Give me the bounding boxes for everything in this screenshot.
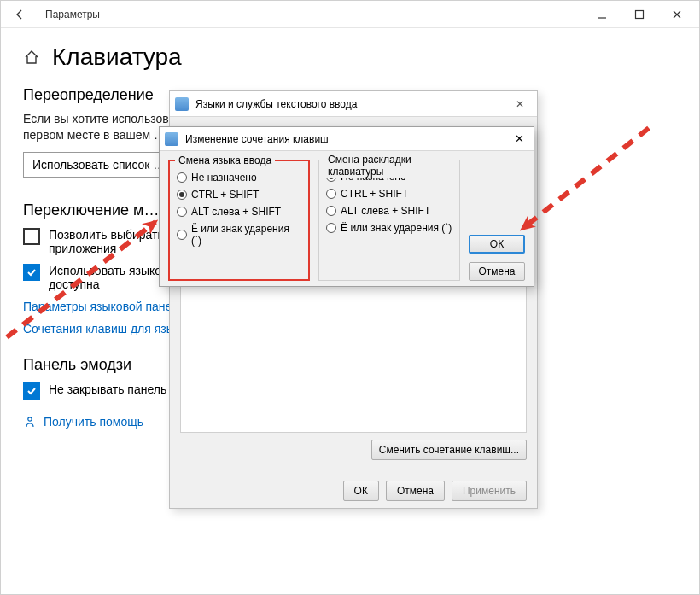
titlebar: Параметры bbox=[1, 1, 699, 28]
minimize-button[interactable] bbox=[583, 3, 621, 26]
lang-radio-altshift[interactable]: ALT слева + SHIFT bbox=[177, 206, 301, 218]
input-language-legend: Смена языка ввода bbox=[175, 155, 275, 166]
use-langbar-checkbox[interactable] bbox=[23, 264, 40, 281]
rear-close-button[interactable]: ✕ bbox=[508, 98, 532, 110]
use-langbar-label-2: доступна bbox=[49, 277, 100, 291]
use-list-button[interactable]: Использовать список … bbox=[23, 152, 174, 178]
allow-label-2: приложения bbox=[49, 242, 116, 255]
keyboard-icon bbox=[165, 132, 178, 146]
layout-legend: Смена раскладки клавиатуры bbox=[324, 154, 459, 178]
input-language-group: Смена языка ввода Не назначено CTRL + SH… bbox=[168, 160, 310, 281]
lang-radio-none[interactable]: Не назначено bbox=[177, 172, 301, 184]
close-button[interactable] bbox=[658, 3, 696, 26]
back-button[interactable] bbox=[8, 3, 32, 26]
override-desc-2: первом месте в вашем … bbox=[23, 128, 166, 142]
front-dialog-title: Изменение сочетания клавиш bbox=[185, 133, 329, 145]
emoji-checkbox[interactable] bbox=[23, 382, 40, 400]
front-cancel-button[interactable]: Отмена bbox=[469, 262, 525, 281]
rear-ok-button[interactable]: ОК bbox=[343, 481, 379, 501]
help-icon bbox=[23, 415, 37, 429]
layout-radio-altshift[interactable]: ALT слева + SHIFT bbox=[326, 205, 452, 217]
svg-point-2 bbox=[28, 417, 32, 421]
get-help-link[interactable]: Получить помощь bbox=[44, 415, 143, 429]
layout-radio-ctrlshift[interactable]: CTRL + SHIFT bbox=[326, 188, 452, 200]
front-close-button[interactable]: ✕ bbox=[510, 132, 528, 145]
rear-cancel-button[interactable]: Отмена bbox=[386, 481, 445, 501]
change-shortcut-button[interactable]: Сменить сочетание клавиш... bbox=[371, 440, 527, 460]
rear-apply-button[interactable]: Применить bbox=[452, 481, 527, 501]
home-icon[interactable] bbox=[23, 49, 40, 66]
maximize-button[interactable] bbox=[621, 3, 658, 26]
keyboard-icon bbox=[175, 97, 189, 111]
lang-radio-grave[interactable]: Ё или знак ударения (`) bbox=[177, 223, 301, 247]
front-dialog-titlebar: Изменение сочетания клавиш ✕ bbox=[160, 127, 534, 151]
front-ok-button[interactable]: ОК bbox=[469, 235, 525, 254]
layout-radio-grave[interactable]: Ё или знак ударения (`) bbox=[326, 222, 452, 234]
window-title: Параметры bbox=[45, 9, 583, 20]
change-shortcut-dialog: Изменение сочетания клавиш ✕ Смена языка… bbox=[159, 126, 534, 287]
layout-group: Смена раскладки клавиатуры Не назначено … bbox=[318, 160, 460, 281]
allow-checkbox[interactable] bbox=[23, 228, 40, 245]
page-title: Клавиатура bbox=[52, 44, 182, 71]
lang-radio-ctrlshift[interactable]: CTRL + SHIFT bbox=[177, 189, 301, 201]
svg-rect-1 bbox=[636, 10, 644, 18]
rear-dialog-title: Языки и службы текстового ввода ✕ bbox=[170, 91, 537, 117]
